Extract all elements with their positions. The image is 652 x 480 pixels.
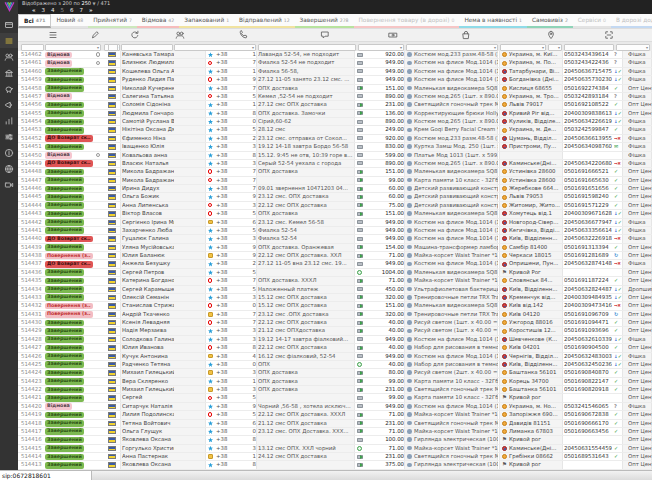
tab-Нема в наявності[interactable]: Нема в наявності1 [459, 14, 527, 28]
page-button-6[interactable]: 6 [70, 7, 74, 13]
page-button-7[interactable]: 7 [80, 7, 84, 13]
table-row[interactable]: 514438Повернення (з..Юлия Баланюк+38922.… [18, 252, 652, 260]
table-row[interactable]: 514430ЗавершенийКсенія Левадняя+38722.12… [18, 319, 652, 327]
table-row[interactable]: 514448ЗавершенийМикола Бадражан+387ОПХ д… [18, 168, 652, 176]
column-filter-input[interactable] [258, 44, 356, 51]
column-header-list-icon[interactable] [48, 30, 58, 40]
column-filter-input[interactable] [121, 44, 173, 51]
tab-Завершений[interactable]: Завершений278 [295, 14, 354, 28]
tab-Сервіси[interactable]: Сервіси0 [573, 14, 611, 28]
table-row[interactable]: 514442ЗавершенийСергієнко Ірина Ми..+386… [18, 219, 652, 227]
column-filter-input[interactable] [564, 44, 614, 51]
page-button-4[interactable]: 4 [51, 7, 55, 13]
tab-Прийнятий[interactable]: Прийнятий7 [88, 14, 137, 28]
sidebar-item-cards-icon[interactable] [0, 17, 18, 32]
table-row[interactable]: 514446ЗавершенийИрина Дидух+38709.01 зве… [18, 185, 652, 193]
sidebar-item-video-icon[interactable] [0, 177, 18, 192]
column-filter-input[interactable]: ▾ [406, 44, 498, 51]
column-filter-input[interactable]: ▾ [500, 44, 546, 51]
table-row[interactable]: 514433ЗавершенийОлексій Семанін+38315.12… [18, 294, 652, 302]
table-row[interactable]: 514439ЗавершенийУляна Мусійовська+389ОПХ… [18, 244, 652, 252]
table-row[interactable]: 514417ЗавершенийОльга Глущук+38023.12 см… [18, 428, 652, 436]
tab-Відмова[interactable]: Відмова42 [137, 14, 179, 28]
table-row[interactable]: 514431Повернення (з..Андрій Ткаченко+387… [18, 311, 652, 319]
table-row[interactable]: 514449ДО Возврат ск..Власюк Наталья+383С… [18, 160, 652, 168]
table-row[interactable]: 514423ЗавершенийВера Скляренко+381ОПХ до… [18, 378, 652, 386]
table-row[interactable]: 514451ЗавершенийІващенко Юлія+38319.12 1… [18, 143, 652, 151]
table-row[interactable]: 514447ЗавершенийМикола Бадражан+38799.00… [18, 177, 652, 185]
table-row[interactable]: 514459ЗавершенийРуденко Лидия Пав..+3892… [18, 76, 652, 84]
tab-Запакований[interactable]: Запакований1 [179, 14, 234, 28]
table-row[interactable]: 514421ЗавершенийСергей+38599.00Карта пам… [18, 394, 652, 402]
column-header-bag-icon[interactable] [461, 30, 471, 40]
sidebar-item-mega-icon[interactable] [0, 97, 18, 112]
sidebar-item-globe-icon[interactable] [0, 161, 18, 176]
table-row[interactable]: 514440ДО Возврат ск..Гуцалюк Галина+383Ф… [18, 235, 652, 243]
table-row[interactable]: 514429ЗавершенийНадія Мерзаєва+38321.12 … [18, 327, 652, 335]
sidebar-item-bank-icon[interactable] [0, 65, 18, 80]
sidebar-item-info-icon[interactable] [0, 145, 18, 160]
column-header-chat-icon[interactable] [320, 30, 330, 40]
table-row[interactable]: 514414ЗавершенийАнна Пастернак+38124.12 … [18, 453, 652, 461]
table-row[interactable]: 514458ЗавершенийНиколай Кучеренко+387ОПХ… [18, 85, 652, 93]
table-row[interactable]: 514456ЗавершенийСоломія Сідоніна+38127.1… [18, 101, 652, 109]
table-row[interactable]: 514428ЗавершенийСолодкова Галина В..+383… [18, 336, 652, 344]
table-row[interactable]: 514455ЗавершенийЛюдмила Гончарова+388ОПХ… [18, 110, 652, 118]
table-row[interactable]: 514426ЗавершенийКучук Антонина+38416.12 … [18, 353, 652, 361]
table-row[interactable]: 514454ЗавершенийСамотій Руслана Во..+380… [18, 118, 652, 126]
column-filter-input[interactable]: ▾ [45, 44, 101, 51]
table-row[interactable]: 514427ЗавершенийЮлия Иванова+38822.12 см… [18, 344, 652, 352]
sidebar-item-sliders-icon[interactable] [0, 129, 18, 144]
tab-Всі[interactable]: Всі471 [18, 14, 51, 28]
per-page-caret-icon[interactable]: ▼ [93, 1, 96, 6]
column-header-phone-icon[interactable] [238, 30, 248, 40]
table-row[interactable]: 514443ЗавершенийВіктор Власов+385ОПХ дос… [18, 210, 652, 218]
table-row[interactable]: 514453ЗавершенийНікітіна Оксана Дми..+38… [18, 126, 652, 134]
table-row[interactable]: 514416ЗавершенийЯковлева Оксана+388100.0… [18, 436, 652, 444]
sidebar-item-orders-icon[interactable] [0, 33, 18, 48]
table-row[interactable]: 514418ЗавершенийТетяна Войтович+38621.12… [18, 420, 652, 428]
table-row[interactable]: 514462ВідмоваКаневська Тамара ..+381Лава… [18, 51, 652, 59]
last-page-button[interactable]: » [89, 7, 93, 13]
column-filter-input[interactable]: ▾ [174, 44, 256, 51]
table-row[interactable]: 514424ЗавершенийМихаил Гилецький+383ОПХ … [18, 369, 652, 377]
table-row[interactable]: 514445ЗавершенийОльга Божик+38923.12 смс… [18, 193, 652, 201]
column-header-money-icon[interactable] [388, 30, 398, 40]
column-filter-input[interactable]: ▾ [548, 44, 562, 51]
tab-Відправлений[interactable]: Відправлений12 [234, 14, 295, 28]
table-row[interactable]: 514461ВідмоваБлизнюк Людмила ..+387Фиалк… [18, 59, 652, 67]
table-row[interactable]: 514437ДО Возврат ск..Анжела Безушку+3822… [18, 260, 652, 268]
table-row[interactable]: 514435ЗавершенийКатерина Богданова+387ОП… [18, 277, 652, 285]
sidebar-item-people-icon[interactable] [0, 49, 18, 64]
table-row[interactable]: 514413ЗавершенийЯковлева Оксана+388375.0… [18, 461, 652, 469]
table-row[interactable]: 514457ВідмоваСалегина Татьяна С..+385Кем… [18, 93, 652, 101]
table-row[interactable]: 514441ЗавершенийЗахарченко Люба+385Фиалк… [18, 227, 652, 235]
tab-Повернення товару (в дорозі)[interactable]: Повернення товару (в дорозі)0 [354, 14, 460, 28]
column-header-refresh-icon[interactable] [130, 30, 140, 40]
table-row[interactable]: 514450ВідмоваКовальова анна+38815.12. 9:… [18, 152, 652, 160]
table-row[interactable]: 514432Повернення (з..Станислав Стрижак+3… [18, 302, 652, 310]
page-button-3[interactable]: 3 [42, 7, 46, 13]
sidebar-item-chart-icon[interactable] [0, 113, 18, 128]
table-row[interactable]: 514415ЗавершенийГоргулько Христина..+383… [18, 445, 652, 453]
table-row[interactable]: 514434ЗавершенийСергей Карамышев+385Нало… [18, 286, 652, 294]
tab-Самовивіз[interactable]: Самовивіз2 [527, 14, 573, 28]
table-row[interactable]: 514452ДО Возврат ск..Єфименко Ніна+38223… [18, 135, 652, 143]
sidebar-item-piggy-icon[interactable] [0, 81, 18, 96]
column-filter-input[interactable]: ▾ [358, 44, 404, 51]
tab-В дорозі додому[interactable]: В дорозі додому0 [611, 14, 652, 28]
tab-Новий[interactable]: Новий48 [51, 14, 88, 28]
column-filter-input[interactable] [21, 44, 44, 51]
column-header-scan-icon[interactable] [604, 30, 614, 40]
table-row[interactable]: 514420ВідмоваСитарчук Наталія Гр..+389Чо… [18, 403, 652, 411]
table-row[interactable]: 514425ЗавершенийРадченко Тетяна+380ОПХ40… [18, 361, 652, 369]
first-page-button[interactable]: « [32, 7, 36, 13]
column-header-pencil-icon[interactable] [90, 30, 100, 40]
column-filter-input[interactable] [108, 44, 118, 51]
table-row[interactable]: 514419ЗавершенийЛилия Подолинская+38522.… [18, 411, 652, 419]
app-logo-icon[interactable] [1, 0, 17, 14]
table-row[interactable]: 514444ЗавершенийАнна Липенська+38322.12 … [18, 202, 652, 210]
column-header-people-icon[interactable] [175, 30, 185, 40]
table-row[interactable]: 514436ЗавершенийСергей Петров+3851004.00… [18, 269, 652, 277]
column-filter-input[interactable]: ▾ [616, 44, 650, 51]
